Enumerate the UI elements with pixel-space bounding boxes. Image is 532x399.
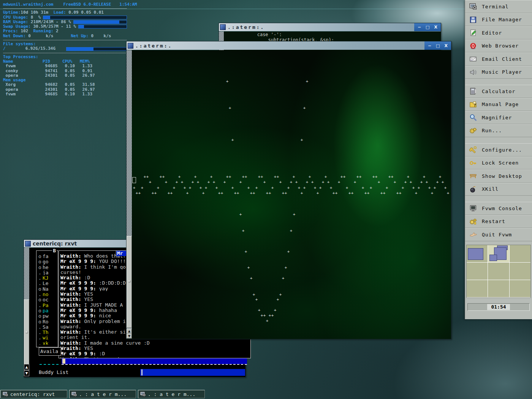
message-input[interactable]	[62, 358, 247, 364]
taskbar-button-1[interactable]: . : a t e r m...	[69, 390, 136, 398]
buddy-item-Ro[interactable]: oRo	[37, 319, 58, 324]
plot-point: +	[428, 185, 431, 190]
menu-item-file-manager[interactable]: File Manager	[465, 13, 532, 27]
menu-item-quit-fvwm[interactable]: Quit Fvwm	[465, 228, 532, 241]
scrollbar-thumb[interactable]	[127, 236, 132, 328]
pager-cell-0[interactable]	[467, 245, 488, 262]
buddy-item-Sa[interactable]: .Sa	[37, 324, 58, 329]
process-cell: 0.10	[62, 64, 80, 68]
menu-item-manual-page[interactable]: ?Manual Page	[465, 98, 532, 111]
buddy-item-wi[interactable]: .wi	[37, 335, 58, 340]
plot-point: +	[314, 185, 317, 190]
buddy-item-he[interactable]: ohe	[37, 264, 58, 270]
buddy-item-Na[interactable]: oNa	[37, 286, 58, 291]
menu-item-fvwm-console[interactable]: Fvwm Console	[465, 202, 532, 215]
menu-item-calculator[interactable]: Calculator	[465, 85, 532, 98]
pager-cell-2[interactable]	[510, 245, 530, 262]
buddy-item-ja[interactable]: .ja	[37, 270, 58, 275]
buddy-item-go[interactable]: ogo	[37, 259, 58, 264]
buddy-item-no[interactable]: .no	[37, 291, 58, 297]
plot-point: +	[152, 190, 154, 195]
buddy-status-mark: .	[37, 340, 43, 345]
window-menu-icon[interactable]	[128, 43, 133, 49]
desktop-pager[interactable]	[466, 245, 531, 298]
plot-point: +	[372, 174, 375, 179]
menu-item-magnifier[interactable]: Magnifier	[465, 111, 532, 124]
menu-item-music-player[interactable]: Music Player	[465, 66, 532, 79]
buddy-item-oc[interactable]: ooc	[37, 297, 58, 302]
menu-item-web-browser[interactable]: Web Browser	[465, 40, 532, 53]
close-button[interactable]: X	[434, 25, 437, 29]
statusbar-contact[interactable]: Mr eX 9 9 9 (mdwww2 -- AIM)	[140, 369, 245, 376]
scrollbar[interactable]	[24, 248, 29, 364]
centericq-statusbar: Buddy List Mr eX 9 9 9 (mdwww2 -- AIM)	[29, 369, 245, 377]
taskbar-button-0[interactable]: centericq: rxvt	[0, 390, 67, 398]
menu-item-email-client[interactable]: Email Client	[465, 52, 532, 66]
scrollbar-thumb[interactable]	[24, 299, 29, 364]
process-cell: fvwm	[3, 64, 43, 68]
taskbar-button-2[interactable]: . : a t e r m...	[138, 390, 205, 398]
titlebar[interactable]: .:aterm:. −□X	[127, 41, 451, 50]
buddy-item-xk[interactable]: .xk	[37, 340, 58, 345]
buddy-item-Pa[interactable]: .Pa	[37, 302, 58, 308]
buddy-item-fa[interactable]: ofa	[37, 253, 58, 259]
menu-item-label: Editor	[482, 30, 502, 36]
plot-point: +	[303, 106, 306, 111]
netdown-label: Net Down:	[3, 34, 26, 38]
minimize-button[interactable]: −	[418, 25, 421, 29]
terminal-content[interactable]: ▲ ▼ ++++++++++++++++++++++++++++++++++++…	[127, 50, 451, 339]
scroll-up-arrow[interactable]: ▲	[127, 329, 132, 334]
scrollbar[interactable]	[127, 50, 132, 329]
plot-point: +	[332, 190, 335, 195]
terminal-icon	[140, 391, 146, 397]
plot-point: +	[253, 190, 255, 195]
status-selector[interactable]: Availa	[39, 347, 61, 356]
menu-item-run[interactable]: Run...	[465, 124, 532, 138]
code-line: case '-':	[224, 32, 441, 38]
plot-point: +	[418, 185, 420, 190]
menu-item-editor[interactable]: Editor	[465, 26, 532, 40]
window-menu-icon[interactable]	[220, 24, 226, 30]
pager-cell-8[interactable]	[510, 280, 530, 297]
plot-point: +	[436, 180, 439, 185]
scroll-down-arrow[interactable]: ▼	[24, 370, 29, 376]
buddy-item-Th[interactable]: .Th	[37, 329, 58, 335]
minimize-button[interactable]: −	[428, 44, 431, 48]
pager-cell-5[interactable]	[510, 263, 530, 280]
menu-item-xkill[interactable]: XKill	[465, 183, 532, 196]
maximize-button[interactable]: □	[426, 25, 429, 29]
scroll-down-arrow[interactable]: ▼	[127, 334, 132, 339]
buddy-list-pane[interactable]: B ofaogoohe.ja.KJ.LeoNa.noooc.PaopaopwoR…	[36, 250, 58, 347]
net-row: Net Down: 0 k/s Net Up: 0 k/s	[3, 34, 127, 38]
pager-cell-4[interactable]	[488, 263, 509, 280]
buddy-item-Le[interactable]: .Le	[37, 280, 58, 286]
menu-separator	[465, 196, 532, 202]
titlebar[interactable]: .:aterm:. −□X	[219, 23, 441, 31]
menu-item-terminal[interactable]: Terminal	[465, 0, 532, 13]
window-menu-icon[interactable]	[25, 241, 31, 247]
buddy-item-pa[interactable]: opa	[37, 308, 58, 313]
pager-cell-1[interactable]	[488, 245, 509, 262]
pager-cell-7[interactable]	[488, 280, 509, 297]
menu-item-lock-screen[interactable]: Lock Screen	[465, 157, 532, 170]
buddy-item-KJ[interactable]: .KJ	[37, 275, 58, 280]
aterm-window-front[interactable]: .:aterm:. −□X ▲ ▼ ++++++++++++++++++++++…	[126, 41, 451, 339]
menu-item-restart[interactable]: Restart	[465, 215, 532, 228]
pager-cell-3[interactable]	[467, 263, 488, 280]
buddy-status-mark: o	[37, 264, 43, 270]
maximize-button[interactable]: □	[436, 44, 440, 48]
menu-item-show-desktop[interactable]: Show Desktop	[465, 169, 532, 183]
plot-point: +	[271, 185, 274, 190]
pager-cell-6[interactable]	[467, 280, 488, 297]
close-button[interactable]: X	[445, 44, 448, 48]
plot-point: +	[442, 180, 444, 185]
menu-item-label: Restart	[482, 218, 505, 224]
process-cell: 1.33	[80, 92, 103, 97]
plot-point: +	[168, 190, 170, 195]
plot-point: +	[325, 174, 327, 179]
menu-item-configure[interactable]: Configure...	[465, 143, 532, 157]
buddy-item-pw[interactable]: opw	[37, 313, 58, 318]
process-cell: 24301	[43, 73, 62, 78]
scroll-up-arrow[interactable]: ▲	[24, 364, 29, 370]
plot-point: +	[170, 190, 173, 195]
